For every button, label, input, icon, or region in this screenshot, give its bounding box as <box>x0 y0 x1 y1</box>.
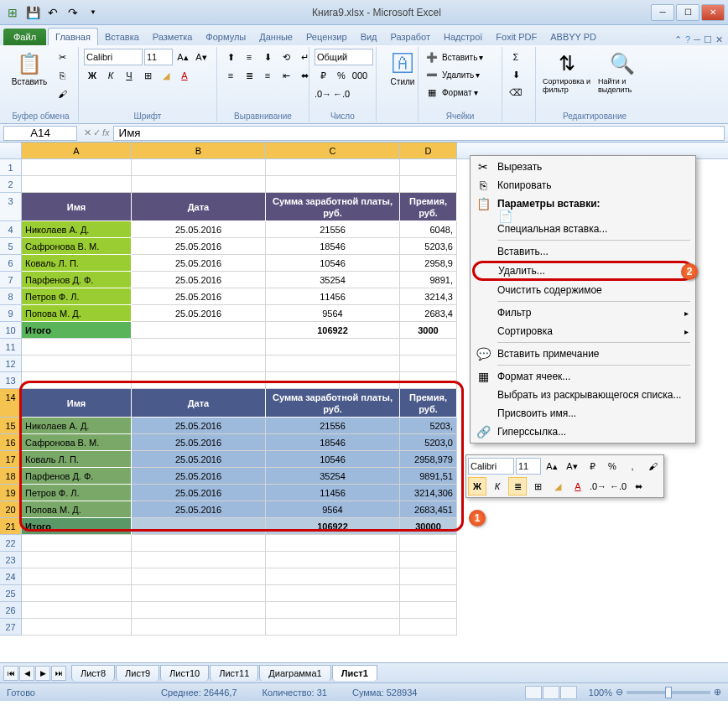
cell[interactable] <box>132 619 266 636</box>
row-header[interactable]: 8 <box>0 288 22 305</box>
mini-align-center[interactable]: ≣ <box>508 477 527 495</box>
cell[interactable]: Имя <box>22 193 132 221</box>
row-header[interactable]: 14 <box>0 389 22 418</box>
row-header[interactable]: 16 <box>0 434 22 451</box>
tab-developer[interactable]: Разработ <box>384 29 437 45</box>
cell[interactable] <box>132 602 266 619</box>
cell[interactable]: 10546 <box>266 255 400 272</box>
cell[interactable]: 25.05.2016 <box>132 221 266 238</box>
cell[interactable]: 2958,9 <box>400 255 457 272</box>
format-painter-icon[interactable]: 🖌 <box>54 86 70 102</box>
tab-abbyy[interactable]: ABBYY PD <box>543 29 603 45</box>
cell[interactable]: 6048, <box>400 221 457 238</box>
cell[interactable] <box>400 535 457 552</box>
ctx-filter[interactable]: Фильтр▸ <box>472 304 694 322</box>
cell[interactable]: Сумма заработной платы, руб. <box>266 389 400 418</box>
align-middle-icon[interactable]: ≡ <box>241 49 257 65</box>
cell[interactable]: 25.05.2016 <box>132 255 266 272</box>
cell[interactable]: Парфенов Д. Ф. <box>22 468 132 485</box>
cell[interactable] <box>132 339 266 355</box>
delete-cells-button[interactable]: ➖Удалить ▾ <box>424 66 480 83</box>
cell[interactable] <box>400 176 457 193</box>
cell[interactable] <box>266 339 400 355</box>
cell[interactable]: 11456 <box>266 288 400 305</box>
row-header[interactable]: 24 <box>0 568 22 585</box>
ctx-paste-option-btn[interactable]: 📄 <box>472 213 694 220</box>
cell[interactable] <box>266 568 400 585</box>
row-header[interactable]: 18 <box>0 468 22 485</box>
cell[interactable]: Попова М. Д. <box>22 501 132 518</box>
cell[interactable] <box>22 176 132 193</box>
fill-icon[interactable]: ⬇ <box>507 66 524 83</box>
styles-button[interactable]: 🄰 Стили <box>382 49 424 88</box>
cell[interactable]: 3214,3 <box>400 288 457 305</box>
ribbon-minimize-icon[interactable]: ⌃ <box>674 34 682 45</box>
row-header[interactable]: 4 <box>0 221 22 238</box>
row-header[interactable]: 26 <box>0 602 22 619</box>
row-header[interactable]: 5 <box>0 238 22 255</box>
align-bottom-icon[interactable]: ⬇ <box>259 49 276 65</box>
mini-dec-decimal-icon[interactable]: ←.0 <box>609 477 627 495</box>
doc-close-icon[interactable]: ✕ <box>715 34 723 45</box>
cell[interactable]: 9891, <box>400 272 457 288</box>
cell[interactable] <box>266 372 400 389</box>
mini-shrink-icon[interactable]: A▾ <box>563 457 581 475</box>
sheet-tab[interactable]: Лист10 <box>160 665 209 681</box>
cell[interactable] <box>22 159 132 176</box>
cell[interactable]: 5203,0 <box>400 434 457 451</box>
cell[interactable] <box>400 159 457 176</box>
cell[interactable] <box>132 159 266 176</box>
cancel-formula-icon[interactable]: ✕ <box>84 127 91 138</box>
indent-decrease-icon[interactable]: ⇤ <box>278 67 294 84</box>
tab-nav-first[interactable]: ⏮ <box>3 666 18 681</box>
ctx-insert[interactable]: Вставить... <box>472 242 694 261</box>
qat-redo-icon[interactable]: ↷ <box>64 3 82 22</box>
tab-nav-next[interactable]: ▶ <box>35 666 50 681</box>
cell[interactable] <box>266 176 400 193</box>
mini-borders-icon[interactable]: ⊞ <box>528 477 547 495</box>
cell[interactable]: Сумма заработной платы, руб. <box>266 193 400 221</box>
mini-grow-icon[interactable]: A▴ <box>543 457 561 475</box>
col-header-a[interactable]: A <box>22 143 132 158</box>
tab-layout[interactable]: Разметка <box>146 29 200 45</box>
zoom-slider[interactable] <box>627 691 710 694</box>
cell[interactable]: Сафронова В. М. <box>22 434 132 451</box>
cell[interactable] <box>22 602 132 619</box>
mini-font-color-icon[interactable]: A <box>569 477 587 495</box>
cell[interactable] <box>22 585 132 602</box>
tab-nav-last[interactable]: ⏭ <box>51 666 66 681</box>
ctx-sort[interactable]: Сортировка▸ <box>472 322 694 340</box>
cell[interactable] <box>400 339 457 355</box>
increase-decimal-icon[interactable]: .0→ <box>315 86 331 102</box>
grow-font-icon[interactable]: A▴ <box>174 49 191 65</box>
tab-nav-prev[interactable]: ◀ <box>19 666 34 681</box>
minimize-button[interactable]: ─ <box>651 4 674 21</box>
cell[interactable]: 30000 <box>400 518 457 535</box>
cell[interactable]: Дата <box>132 193 266 221</box>
zoom-out-button[interactable]: ⊖ <box>616 687 623 698</box>
cell[interactable]: Итого <box>22 518 132 535</box>
zoom-in-button[interactable]: ⊕ <box>714 687 721 698</box>
cell[interactable] <box>266 552 400 568</box>
mini-font[interactable] <box>468 458 514 475</box>
cell[interactable]: 25.05.2016 <box>132 451 266 468</box>
insert-cells-button[interactable]: ➕Вставить ▾ <box>424 49 483 65</box>
cell[interactable] <box>266 355 400 372</box>
cell[interactable]: 3000 <box>400 322 457 339</box>
cell[interactable]: 18546 <box>266 238 400 255</box>
cell[interactable]: 25.05.2016 <box>132 468 266 485</box>
sort-filter-button[interactable]: ⇅ Сортировка и фильтр <box>541 49 593 96</box>
cell[interactable]: 11456 <box>266 485 400 501</box>
cell[interactable] <box>132 322 266 339</box>
zoom-level[interactable]: 100% <box>589 687 612 698</box>
cell[interactable] <box>22 619 132 636</box>
cell[interactable] <box>266 159 400 176</box>
number-format-selector[interactable] <box>315 49 373 65</box>
ctx-clear[interactable]: Очистить содержимое <box>472 281 694 299</box>
row-header[interactable]: 20 <box>0 501 22 518</box>
row-header[interactable]: 12 <box>0 355 22 372</box>
cell[interactable] <box>22 339 132 355</box>
qat-save-icon[interactable]: 💾 <box>23 3 42 22</box>
mini-bold[interactable]: Ж <box>468 477 486 495</box>
mini-italic[interactable]: К <box>488 477 507 495</box>
